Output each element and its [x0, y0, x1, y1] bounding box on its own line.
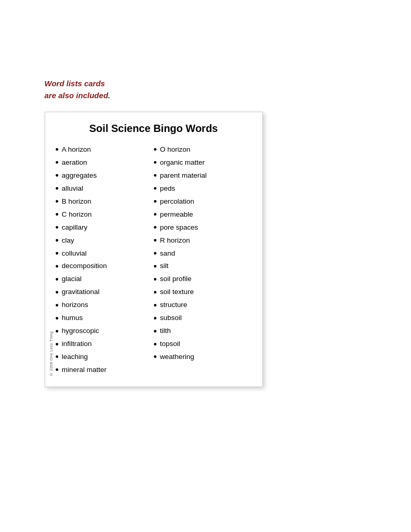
list-item: •mineral matter — [56, 364, 154, 376]
left-column: •A horizon•aeration•aggregates•alluvial•… — [56, 144, 154, 376]
list-item: •gravitational — [56, 286, 154, 298]
bullet-icon: • — [154, 184, 157, 193]
list-item: •aggregates — [56, 170, 154, 182]
list-item: •alluvial — [56, 183, 154, 195]
bullet-icon: • — [56, 171, 59, 180]
list-item: •decomposition — [56, 260, 154, 272]
card-content: © 2008 One Less Thing •A horizon•aeratio… — [56, 144, 252, 376]
bullet-icon: • — [154, 171, 157, 180]
list-item: •subsoil — [154, 312, 252, 324]
bullet-icon: • — [56, 236, 59, 245]
bullet-icon: • — [154, 197, 157, 206]
list-item: •horizons — [56, 299, 154, 311]
list-item: •R horizon — [154, 235, 252, 247]
card-title: Soil Science Bingo Words — [56, 123, 252, 135]
list-item: •weathering — [154, 351, 252, 363]
list-item: •capillary — [56, 222, 154, 234]
bullet-icon: • — [56, 365, 59, 375]
bullet-icon: • — [56, 158, 59, 167]
bullet-icon: • — [56, 249, 59, 258]
bullet-icon: • — [154, 145, 157, 154]
list-item: •permeable — [154, 209, 252, 221]
list-item: •soil texture — [154, 286, 252, 298]
bullet-icon: • — [56, 327, 59, 336]
list-item: •C horizon — [56, 209, 154, 221]
bullet-icon: • — [56, 288, 59, 297]
right-column: •O horizon•organic matter•parent materia… — [154, 144, 252, 376]
bullet-icon: • — [56, 314, 59, 323]
bullet-icon: • — [154, 288, 157, 297]
bullet-icon: • — [154, 275, 157, 284]
list-item: •leaching — [56, 351, 154, 363]
bullet-icon: • — [56, 301, 59, 310]
list-item: •organic matter — [154, 157, 252, 169]
list-item: •B horizon — [56, 196, 154, 208]
bullet-icon: • — [56, 352, 59, 362]
bullet-icon: • — [154, 340, 157, 349]
list-item: •infiltration — [56, 338, 154, 350]
bullet-icon: • — [154, 210, 157, 219]
list-item: •sand — [154, 248, 252, 260]
list-item: •silt — [154, 260, 252, 272]
bullet-icon: • — [154, 314, 157, 323]
list-item: •A horizon — [56, 144, 154, 156]
bullet-icon: • — [56, 340, 59, 349]
bullet-icon: • — [154, 352, 157, 362]
list-item: •colluvial — [56, 248, 154, 260]
list-item: •clay — [56, 235, 154, 247]
list-item: •percolation — [154, 196, 252, 208]
bullet-icon: • — [154, 223, 157, 232]
list-item: •humus — [56, 312, 154, 324]
list-item: •soil profile — [154, 273, 252, 285]
list-item: •glacial — [56, 273, 154, 285]
page-wrapper: Word lists cards are also included. Soil… — [24, 78, 388, 387]
promo-text: Word lists cards are also included. — [45, 78, 111, 101]
list-item: •O horizon — [154, 144, 252, 156]
word-list-card: Soil Science Bingo Words © 2008 One Less… — [45, 112, 263, 387]
list-item: •topsoil — [154, 338, 252, 350]
list-item: •hygroscopic — [56, 325, 154, 337]
list-item: •pore spaces — [154, 222, 252, 234]
list-item: •structure — [154, 299, 252, 311]
bullet-icon: • — [56, 145, 59, 154]
bullet-icon: • — [56, 184, 59, 193]
list-item: •aeration — [56, 157, 154, 169]
bullet-icon: • — [154, 249, 157, 258]
bullet-icon: • — [154, 158, 157, 167]
list-item: •tilth — [154, 325, 252, 337]
promo-line2: are also included. — [45, 90, 111, 102]
bullet-icon: • — [56, 223, 59, 232]
bullet-icon: • — [56, 275, 59, 284]
list-item: •peds — [154, 183, 252, 195]
bullet-icon: • — [154, 327, 157, 336]
bullet-icon: • — [154, 301, 157, 310]
list-item: •parent material — [154, 170, 252, 182]
copyright-text: © 2008 One Less Thing — [49, 144, 53, 376]
bullet-icon: • — [154, 262, 157, 271]
bullet-icon: • — [56, 197, 59, 206]
bullet-icon: • — [56, 210, 59, 219]
bullet-icon: • — [154, 236, 157, 245]
promo-line1: Word lists cards — [45, 78, 111, 90]
bullet-icon: • — [56, 262, 59, 271]
